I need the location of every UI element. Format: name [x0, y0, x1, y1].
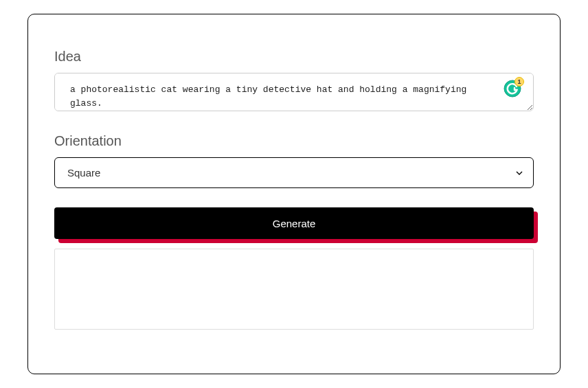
idea-textarea[interactable]: [54, 73, 534, 111]
orientation-label: Orientation: [54, 133, 534, 149]
generate-button[interactable]: Generate: [54, 207, 534, 239]
output-area: [54, 249, 534, 330]
generate-button-wrap: Generate: [54, 207, 534, 239]
grammarly-badge: 1: [514, 77, 524, 87]
form-card: Idea 1 Orientation Square Generate: [27, 14, 561, 374]
idea-label: Idea: [54, 49, 534, 65]
orientation-select[interactable]: Square: [54, 157, 534, 188]
idea-field-wrap: 1: [54, 73, 534, 114]
grammarly-icon[interactable]: 1: [504, 80, 521, 98]
